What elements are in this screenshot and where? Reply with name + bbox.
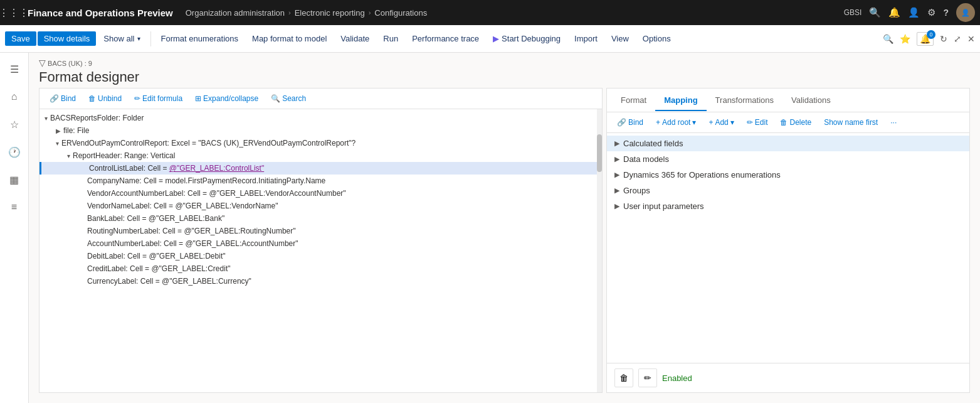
user-circle-icon[interactable]: 👤 <box>908 7 920 18</box>
toolbar-refresh-icon[interactable]: ↻ <box>940 34 947 44</box>
toolbar-expand-icon[interactable]: ⤢ <box>954 34 961 44</box>
tree-item[interactable]: RoutingNumberLabel: Cell = @"GER_LABEL:R… <box>40 225 597 237</box>
add-root-button[interactable]: + Add root ▾ <box>651 116 701 129</box>
notifications-icon[interactable]: 🔔 <box>888 7 900 18</box>
add-root-dropdown-icon: ▾ <box>692 118 696 127</box>
sidebar-list-icon[interactable]: ≡ <box>3 196 26 218</box>
tab-validations[interactable]: Validations <box>782 90 840 111</box>
filter-icon[interactable]: ▽ <box>39 58 46 68</box>
show-details-button[interactable]: Show details <box>38 31 97 46</box>
edit-icon: ✏ <box>747 118 753 127</box>
left-sidebar: ☰ ⌂ ☆ 🕐 ▦ ≡ <box>0 53 29 403</box>
page-subtitle: ▽ BACS (UK) : 9 <box>39 58 970 68</box>
right-tree-arrow-icon: ▶ <box>614 186 619 195</box>
add-button[interactable]: + Add ▾ <box>703 116 739 129</box>
tree-item[interactable]: CurrencyLabel: Cell = @"GER_LABEL:Curren… <box>40 275 597 287</box>
footer-delete-button[interactable]: 🗑 <box>614 368 633 387</box>
run-button[interactable]: Run <box>377 31 404 46</box>
breadcrumb-org[interactable]: Organization administration <box>186 8 285 18</box>
start-debugging-button[interactable]: ▶ Start Debugging <box>487 31 567 46</box>
tree-item[interactable]: ControlListLabel: Cell = @"GER_LABEL:Con… <box>40 162 597 175</box>
right-tree-item[interactable]: ▶Groups <box>607 183 969 198</box>
breadcrumb-config[interactable]: Configurations <box>374 8 427 18</box>
import-button[interactable]: Import <box>568 31 604 46</box>
add-icon: + <box>709 118 713 127</box>
toolbar-notifications-badge[interactable]: 🔔0 <box>917 32 934 46</box>
footer-edit-button[interactable]: ✏ <box>638 368 657 387</box>
page-header: ▽ BACS (UK) : 9 Format designer <box>29 53 980 88</box>
page-title: Format designer <box>39 69 970 85</box>
show-all-button[interactable]: Show all ▾ <box>97 31 146 46</box>
split-pane: 🔗 Bind 🗑 Unbind ✏ Edit formula ⊞ Expand/… <box>29 88 980 403</box>
toolbar-close-icon[interactable]: ✕ <box>967 34 975 44</box>
format-tree-area: ▾BACSReportsFolder: Folder▶file: File▾ER… <box>40 109 597 392</box>
right-tree-area: ▶Calculated fields▶Data models▶Dynamics … <box>607 133 969 363</box>
main-body: ☰ ⌂ ☆ 🕐 ▦ ≡ ▽ BACS (UK) : 9 Format desig… <box>0 53 980 403</box>
format-enumerations-button[interactable]: Format enumerations <box>155 31 245 46</box>
right-bind-icon: 🔗 <box>617 118 626 127</box>
delete-button[interactable]: 🗑 Delete <box>775 116 816 129</box>
breadcrumb-sep-1: › <box>288 9 291 16</box>
edit-formula-icon: ✏ <box>134 94 140 103</box>
save-button[interactable]: Save <box>5 31 36 46</box>
right-tree-item[interactable]: ▶Calculated fields <box>607 136 969 151</box>
tree-item[interactable]: BankLabel: Cell = @"GER_LABEL:Bank" <box>40 212 597 225</box>
tree-item[interactable]: CreditLabel: Cell = @"GER_LABEL:Credit" <box>40 262 597 275</box>
tree-item[interactable]: ▶file: File <box>40 124 597 137</box>
performance-trace-button[interactable]: Performance trace <box>406 31 485 46</box>
breadcrumb: Organization administration › Electronic… <box>186 8 841 18</box>
more-options-button[interactable]: ··· <box>885 116 902 129</box>
tab-mapping[interactable]: Mapping <box>655 90 706 111</box>
tree-item[interactable]: VendorNameLabel: Cell = @"GER_LABEL:Vend… <box>40 200 597 212</box>
toolbar-fav-icon[interactable]: ⭐ <box>900 34 910 44</box>
tree-item[interactable]: ▾ReportHeader: Range: Vertical <box>40 149 597 162</box>
sidebar-star-icon[interactable]: ☆ <box>3 113 26 136</box>
scrollbar[interactable] <box>597 109 602 392</box>
tree-arrow-icon: ▾ <box>67 153 70 159</box>
tree-item[interactable]: AccountNumberLabel: Cell = @"GER_LABEL:A… <box>40 237 597 250</box>
search-icon[interactable]: 🔍 <box>869 7 881 18</box>
tab-transformations[interactable]: Transformations <box>707 90 782 111</box>
expand-icon: ⊞ <box>195 94 201 103</box>
right-bind-button[interactable]: 🔗 Bind <box>612 116 648 129</box>
tree-item[interactable]: VendorAccountNumberLabel: Cell = @"GER_L… <box>40 187 597 200</box>
tree-item[interactable]: DebitLabel: Cell = @"GER_LABEL:Debit" <box>40 250 597 262</box>
options-button[interactable]: Options <box>636 31 677 46</box>
edit-formula-button[interactable]: ✏ Edit formula <box>129 92 187 105</box>
tree-item[interactable]: ▾ERVendOutPaymControlReport: Excel = "BA… <box>40 137 597 149</box>
tree-arrow-icon: ▾ <box>56 140 59 147</box>
add-dropdown-icon: ▾ <box>730 118 734 127</box>
right-tree-item[interactable]: ▶User input parameters <box>607 198 969 214</box>
right-tree-arrow-icon: ▶ <box>614 202 619 210</box>
left-panel: 🔗 Bind 🗑 Unbind ✏ Edit formula ⊞ Expand/… <box>39 88 603 393</box>
right-tree-item[interactable]: ▶Data models <box>607 151 969 167</box>
top-nav-icons: GBSI 🔍 🔔 👤 ⚙ ? 👤 <box>844 3 975 22</box>
tab-format[interactable]: Format <box>612 90 655 111</box>
tree-item[interactable]: CompanyName: Cell = model.FirstPaymentRe… <box>40 175 597 187</box>
map-format-to-model-button[interactable]: Map format to model <box>246 31 333 46</box>
sidebar-clock-icon[interactable]: 🕐 <box>3 141 26 163</box>
show-name-first-button[interactable]: Show name first <box>819 116 883 129</box>
sidebar-home-icon[interactable]: ⌂ <box>3 85 26 108</box>
toolbar-search-icon[interactable]: 🔍 <box>883 34 893 44</box>
expand-collapse-button[interactable]: ⊞ Expand/collapse <box>190 92 263 105</box>
right-tree-item[interactable]: ▶Dynamics 365 for Operations enumeration… <box>607 167 969 183</box>
bind-button[interactable]: 🔗 Bind <box>45 92 81 105</box>
search-button[interactable]: 🔍 Search <box>266 92 311 105</box>
tree-item[interactable]: ▾BACSReportsFolder: Folder <box>40 112 597 124</box>
breadcrumb-er[interactable]: Electronic reporting <box>295 8 365 18</box>
view-button[interactable]: View <box>605 31 635 46</box>
delete-icon: 🗑 <box>780 118 788 127</box>
avatar[interactable]: 👤 <box>956 3 975 22</box>
edit-button[interactable]: ✏ Edit <box>742 116 773 129</box>
validate-button[interactable]: Validate <box>334 31 376 46</box>
subtitle-text: BACS (UK) : 9 <box>48 60 92 67</box>
sidebar-calendar-icon[interactable]: ▦ <box>3 168 26 191</box>
settings-icon[interactable]: ⚙ <box>927 7 935 18</box>
scrollbar-thumb[interactable] <box>597 134 602 172</box>
help-icon[interactable]: ? <box>943 8 949 18</box>
breadcrumb-sep-2: › <box>369 9 371 16</box>
sidebar-hamburger-icon[interactable]: ☰ <box>3 58 26 80</box>
unbind-button[interactable]: 🗑 Unbind <box>83 92 127 105</box>
grid-icon[interactable]: ⋮⋮⋮ <box>5 4 23 21</box>
